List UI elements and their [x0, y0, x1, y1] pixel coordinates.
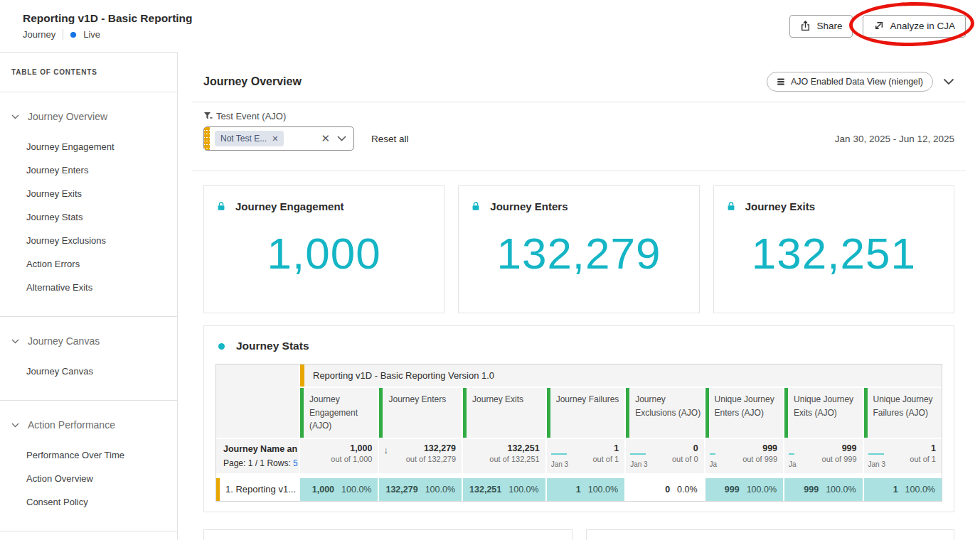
page-title: Journey Overview — [203, 75, 302, 88]
lock-icon — [472, 202, 480, 211]
filter-icon — [203, 112, 213, 121]
sidebar-item-journey-exits[interactable]: Journey Exits — [0, 182, 177, 205]
table-of-contents-sidebar: TABLE OF CONTENTS Journey Overview Journ… — [0, 52, 178, 540]
share-button[interactable]: Share — [789, 15, 853, 38]
date-range: Jan 30, 2025 - Jun 12, 2025 — [835, 134, 954, 144]
sparkline: Jan 3 — [868, 453, 887, 470]
sidebar-item-alternative-exits[interactable]: Alternative Exits — [0, 276, 177, 299]
table-cell: 999100.0% — [784, 478, 862, 501]
sidebar-item-action-overview[interactable]: Action Overview — [0, 467, 177, 490]
table-cell: 1100.0% — [547, 478, 624, 501]
metric-value: 1,000 — [217, 228, 431, 279]
status-badge: Live — [83, 29, 100, 40]
column-header-unique-journey-exits[interactable]: Unique Journey Exits (AJO) — [784, 388, 862, 438]
total-cell: Ja 999out of 999 — [784, 439, 862, 473]
sidebar-item-performance-over-time[interactable]: Performance Over Time — [0, 443, 177, 467]
total-cell: ↓ 132,279out of 132,279 — [379, 439, 462, 473]
app-header: Reporting v1D - Basic Reporting Journey … — [0, 0, 980, 52]
breadcrumb: Journey — [23, 29, 55, 40]
share-icon — [800, 21, 811, 31]
chevron-down-icon — [11, 114, 19, 119]
divider — [63, 29, 63, 40]
page-info: Page: 1 / 1 Rows: — [223, 458, 293, 468]
column-header-journey-engagement[interactable]: Journey Engagement (AJO) — [300, 388, 378, 438]
clear-filter-icon[interactable]: ✕ — [321, 132, 330, 145]
journey-stats-table: Reporting v1D - Basic Reporting Version … — [215, 364, 942, 502]
total-cell: Jan 3 0out of 0 — [626, 439, 703, 473]
sparkline: Ja — [710, 453, 728, 470]
metric-title: Journey Engagement — [235, 200, 344, 212]
table-cell: 999100.0% — [705, 478, 783, 501]
analyze-icon — [873, 21, 884, 31]
sidebar-item-consent-policy[interactable]: Consent Policy — [0, 490, 177, 514]
chevron-down-icon — [11, 339, 19, 344]
main-panel: Journey Overview AJO Enabled Data View (… — [178, 52, 980, 540]
sparkline: Ja — [789, 453, 807, 470]
column-header-unique-journey-failures[interactable]: Unique Journey Failures (AJO) — [864, 388, 942, 438]
sparkline: Jan 3 — [630, 453, 649, 470]
table-corner-cell — [216, 364, 299, 438]
drag-handle[interactable] — [204, 127, 210, 150]
toc-title: TABLE OF CONTENTS — [0, 68, 177, 92]
table-cell: 132,279100.0% — [379, 478, 462, 501]
metric-card-journey-enters: Journey Enters 132,279 — [458, 185, 699, 313]
column-header-journey-enters[interactable]: Journey Enters — [379, 388, 462, 438]
collapse-section-chevron-icon[interactable] — [943, 78, 954, 85]
metric-value: 132,251 — [727, 228, 941, 279]
dimension-title: Journey Name an — [223, 444, 294, 454]
sidebar-item-journey-engagement[interactable]: Journey Engagement — [0, 135, 177, 158]
toc-section-action-performance[interactable]: Action Performance — [0, 415, 177, 435]
sidebar-item-journey-stats[interactable]: Journey Stats — [0, 205, 177, 229]
sidebar-item-journey-canvas[interactable]: Journey Canvas — [0, 360, 177, 383]
data-view-selector[interactable]: AJO Enabled Data View (niengel) — [767, 72, 933, 92]
sort-descending-icon[interactable]: ↓ — [383, 445, 388, 455]
column-header-journey-exits[interactable]: Journey Exits — [463, 388, 545, 438]
table-row-label[interactable]: 1. Reporting v1... — [216, 478, 299, 501]
rows-count-link[interactable]: 5 — [293, 458, 298, 468]
journey-exclusions-panel: Journey Exclusions — [203, 529, 572, 540]
filter-combobox[interactable]: Not Test E... ✕ ✕ — [203, 126, 354, 151]
data-view-icon — [777, 77, 785, 86]
analyze-in-cja-button[interactable]: Analyze in CJA — [863, 15, 966, 38]
reset-all-link[interactable]: Reset all — [371, 134, 409, 144]
metric-card-journey-exits: Journey Exits 132,251 — [713, 185, 954, 313]
table-cell: 132,251100.0% — [463, 478, 545, 501]
section-title: Journey Stats — [236, 340, 309, 352]
divider — [216, 475, 942, 477]
journey-stats-panel: Journey Stats Reporting v1D - Basic Repo… — [203, 325, 954, 512]
column-header-journey-failures[interactable]: Journey Failures — [547, 388, 624, 438]
toc-section-journey-overview[interactable]: Journey Overview — [0, 107, 177, 126]
row-header-cell: Journey Name an Page: 1 / 1 Rows: 5 — [216, 439, 299, 473]
table-span-header: Reporting v1D - Basic Reporting Version … — [300, 364, 942, 387]
column-header-unique-journey-enters[interactable]: Unique Journey Enters (AJO) — [705, 388, 783, 438]
chip-remove-icon[interactable]: ✕ — [272, 134, 278, 144]
sidebar-item-action-errors[interactable]: Action Errors — [0, 252, 177, 276]
lock-icon — [727, 202, 735, 211]
combobox-chevron-icon[interactable] — [337, 136, 346, 141]
metric-title: Journey Enters — [490, 200, 568, 212]
table-cell: 1,000100.0% — [300, 478, 378, 501]
total-cell: 132,251out of 132,251 — [463, 439, 545, 473]
chevron-down-icon — [11, 423, 19, 428]
sparkline: Jan 3 — [551, 453, 570, 470]
report-title: Reporting v1D - Basic Reporting — [23, 12, 193, 25]
sidebar-item-journey-enters[interactable]: Journey Enters — [0, 158, 177, 182]
total-cell: Jan 3 1out of 1 — [864, 439, 942, 473]
toc-section-journey-canvas[interactable]: Journey Canvas — [0, 331, 177, 351]
filter-chip[interactable]: Not Test E... ✕ — [215, 131, 284, 146]
total-cell: Ja 999out of 999 — [705, 439, 783, 473]
lock-icon — [217, 202, 225, 211]
table-cell: 1100.0% — [864, 478, 942, 501]
total-cell: 1,000out of 1,000 — [300, 439, 378, 473]
divider — [192, 171, 966, 171]
sidebar-item-journey-exclusions[interactable]: Journey Exclusions — [0, 229, 177, 252]
metric-card-journey-engagement: Journey Engagement 1,000 — [203, 185, 444, 313]
section-bullet-icon — [218, 343, 225, 350]
table-cell: 00.0% — [626, 478, 703, 501]
total-cell: Jan 3 1out of 1 — [547, 439, 624, 473]
filter-name: Test Event (AJO) — [216, 111, 286, 122]
metric-value: 132,279 — [472, 228, 686, 279]
live-status-icon — [70, 32, 76, 38]
action-errors-panel: Action Errors — [586, 529, 955, 540]
column-header-journey-exclusions[interactable]: Journey Exclusions (AJO) — [626, 388, 703, 438]
